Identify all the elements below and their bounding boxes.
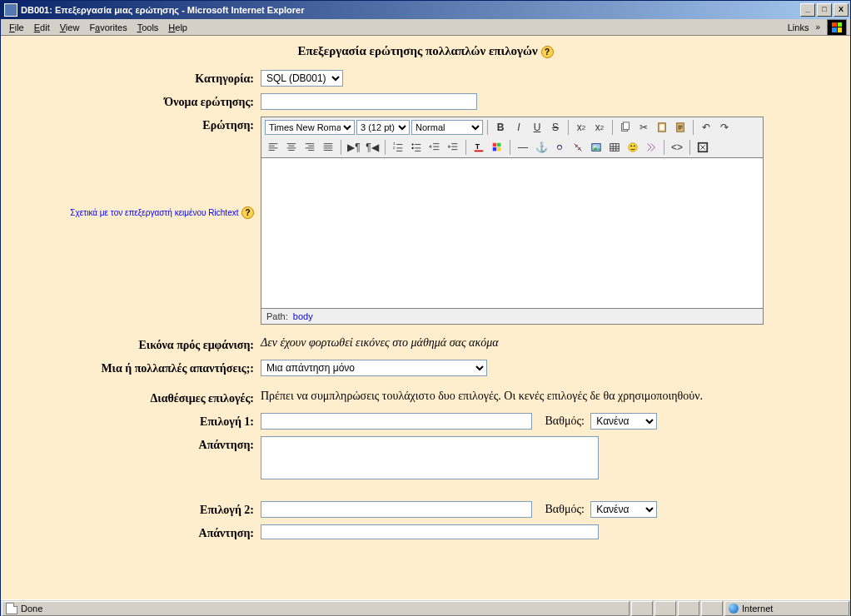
close-button[interactable]: X bbox=[834, 3, 849, 17]
fullscreen-button[interactable] bbox=[694, 139, 711, 156]
zone-text: Internet bbox=[742, 604, 773, 614]
globe-icon bbox=[729, 604, 739, 614]
image-button[interactable] bbox=[588, 139, 605, 156]
status-text: Done bbox=[21, 604, 42, 614]
category-select[interactable]: SQL (DB001) bbox=[261, 70, 343, 87]
svg-rect-11 bbox=[493, 143, 496, 147]
question-name-input[interactable] bbox=[261, 93, 477, 110]
bg-color-button[interactable] bbox=[489, 139, 505, 156]
status-slot bbox=[701, 601, 723, 616]
ordered-list-button[interactable]: 12 bbox=[390, 139, 406, 156]
ltr-button[interactable]: ▶¶ bbox=[346, 139, 362, 156]
unlink-button[interactable] bbox=[570, 139, 586, 156]
links-label[interactable]: Links bbox=[784, 21, 813, 34]
special-char-button[interactable] bbox=[643, 139, 659, 156]
text-color-button[interactable]: T bbox=[470, 139, 487, 156]
font-size-select[interactable]: 3 (12 pt) bbox=[356, 120, 410, 135]
menu-edit[interactable]: Edit bbox=[29, 21, 55, 34]
label-one-or-many: Μια ή πολλαπλές απαντήσεις;: bbox=[7, 360, 261, 378]
rtl-button[interactable]: ¶◀ bbox=[364, 139, 381, 156]
cut-button[interactable]: ✂ bbox=[635, 119, 652, 136]
available-choices-message: Πρέπει να συμπληρώσεις τουλάχιστο δυο επ… bbox=[261, 390, 844, 408]
superscript-button[interactable]: x2 bbox=[591, 119, 608, 136]
window-title: DB001: Επεξεργασία μιας ερώτησης - Micro… bbox=[21, 5, 799, 15]
svg-rect-10 bbox=[475, 151, 484, 152]
menu-help[interactable]: Help bbox=[163, 21, 192, 34]
copy-button[interactable] bbox=[617, 119, 634, 136]
svg-rect-14 bbox=[497, 147, 500, 151]
help-icon[interactable]: ? bbox=[241, 206, 254, 219]
link-button[interactable] bbox=[551, 139, 568, 156]
svg-point-20 bbox=[634, 145, 635, 147]
menu-favorites[interactable]: Favorites bbox=[84, 21, 132, 34]
svg-text:2: 2 bbox=[393, 146, 396, 150]
svg-rect-12 bbox=[497, 143, 500, 147]
label-category: Κατηγορία: bbox=[7, 70, 261, 88]
choice2-input[interactable] bbox=[261, 501, 532, 518]
align-right-button[interactable] bbox=[301, 139, 318, 156]
editor-path: Path: body bbox=[261, 309, 764, 325]
italic-button[interactable]: I bbox=[510, 119, 527, 136]
label-answer2: Απάντηση: bbox=[7, 524, 261, 543]
paste-button[interactable] bbox=[654, 119, 670, 136]
choice1-input[interactable] bbox=[261, 413, 532, 430]
grade1-select[interactable]: Κανένα bbox=[590, 413, 657, 430]
indent-button[interactable] bbox=[445, 139, 461, 156]
menu-tools[interactable]: Tools bbox=[132, 21, 164, 34]
menu-view[interactable]: View bbox=[55, 21, 85, 34]
svg-point-8 bbox=[412, 147, 414, 149]
table-button[interactable] bbox=[606, 139, 623, 156]
editor-textarea[interactable] bbox=[261, 157, 764, 309]
answer1-textarea[interactable] bbox=[261, 436, 599, 479]
align-left-button[interactable] bbox=[265, 139, 281, 156]
underline-button[interactable]: U bbox=[529, 119, 545, 136]
ie-throbber-icon bbox=[827, 19, 847, 36]
grade2-select[interactable]: Κανένα bbox=[590, 501, 657, 518]
label-choice2: Επιλογή 2: bbox=[7, 501, 261, 519]
label-available-choices: Διαθέσιμες επιλογές: bbox=[7, 390, 261, 408]
paste-text-button[interactable] bbox=[672, 119, 689, 136]
about-editor-link[interactable]: Σχετικά με τον επεξεργαστή κειμένου Rich… bbox=[70, 208, 238, 217]
subscript-button[interactable]: x2 bbox=[573, 119, 590, 136]
svg-rect-3 bbox=[659, 125, 664, 131]
label-grade2: Βαθμός: bbox=[545, 503, 585, 515]
label-grade1: Βαθμός: bbox=[545, 415, 585, 427]
menu-file[interactable]: File bbox=[4, 21, 29, 34]
minimize-button[interactable]: _ bbox=[800, 3, 815, 17]
answer2-textarea[interactable] bbox=[261, 524, 599, 539]
font-family-select[interactable]: Times New Roman bbox=[265, 120, 355, 135]
anchor-button[interactable]: ⚓ bbox=[533, 139, 550, 156]
align-center-button[interactable] bbox=[283, 139, 300, 156]
svg-point-7 bbox=[412, 144, 414, 146]
html-button[interactable]: <> bbox=[669, 139, 685, 156]
maximize-button[interactable]: □ bbox=[817, 3, 832, 17]
style-select[interactable]: Normal bbox=[411, 120, 483, 135]
smiley-button[interactable] bbox=[625, 139, 641, 156]
svg-rect-1 bbox=[623, 122, 629, 130]
editor-toolbar: Times New Roman 3 (12 pt) Normal B I U S… bbox=[261, 117, 764, 157]
unordered-list-button[interactable] bbox=[408, 139, 425, 156]
redo-button[interactable]: ↷ bbox=[716, 119, 733, 136]
label-choice1: Επιλογή 1: bbox=[7, 413, 261, 431]
status-slot bbox=[678, 601, 699, 616]
align-justify-button[interactable] bbox=[320, 139, 336, 156]
undo-button[interactable]: ↶ bbox=[698, 119, 714, 136]
outdent-button[interactable] bbox=[426, 139, 443, 156]
hr-button[interactable]: — bbox=[515, 139, 531, 156]
strike-button[interactable]: S bbox=[547, 119, 564, 136]
svg-text:T: T bbox=[475, 142, 480, 151]
status-slot bbox=[654, 601, 676, 616]
label-question: Ερώτηση: bbox=[202, 119, 254, 132]
app-icon bbox=[4, 3, 17, 17]
page-title: Επεξεργασία ερώτησης πολλαπλών επιλογών … bbox=[7, 44, 844, 58]
svg-point-16 bbox=[594, 146, 596, 148]
help-icon[interactable]: ? bbox=[541, 46, 554, 58]
image-message: Δεν έχουν φορτωθεί εικόνες στο μάθημά σα… bbox=[261, 336, 844, 355]
status-slot bbox=[631, 601, 653, 616]
links-chevron-icon[interactable]: » bbox=[812, 22, 824, 32]
bold-button[interactable]: B bbox=[492, 119, 509, 136]
label-question-name: Όνομα ερώτησης: bbox=[7, 93, 261, 112]
document-icon bbox=[6, 603, 17, 614]
svg-point-18 bbox=[629, 143, 638, 152]
one-or-many-select[interactable]: Μια απάντηση μόνο bbox=[261, 360, 487, 376]
